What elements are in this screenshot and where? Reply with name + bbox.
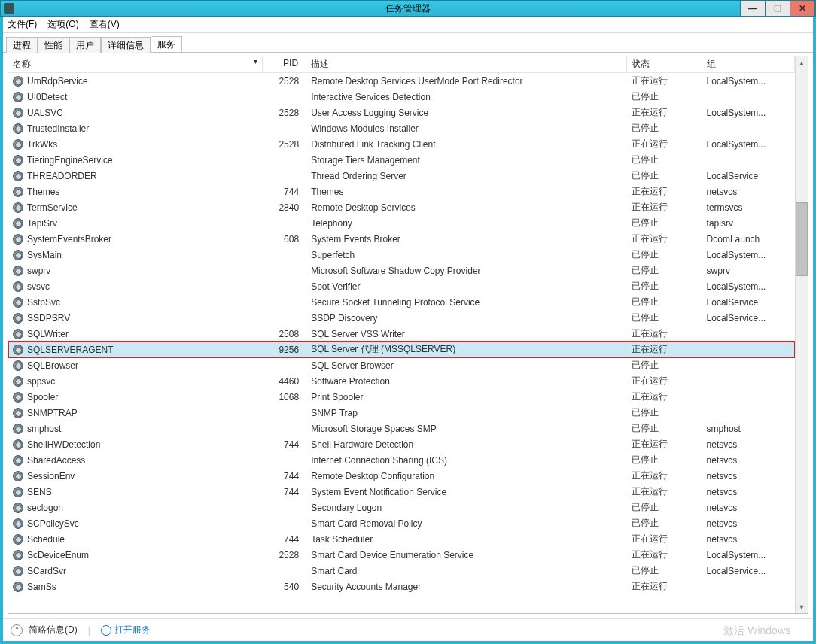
service-name: SCardSvr — [27, 566, 66, 576]
table-row[interactable]: SCPolicySvcSmart Card Removal Policy已停止n… — [8, 515, 795, 531]
service-pid: 744 — [263, 534, 306, 545]
service-name: SharedAccess — [27, 455, 85, 466]
table-row[interactable]: SysMainSuperfetch已停止LocalSystem... — [8, 247, 795, 263]
table-row[interactable]: SQLSERVERAGENT9256SQL Server 代理 (MSSQLSE… — [8, 342, 795, 357]
table-row[interactable]: TrkWks2528Distributed Link Tracking Clie… — [8, 136, 795, 152]
table-row[interactable]: TrustedInstallerWindows Modules Installe… — [8, 120, 795, 136]
service-status: 正在运行 — [627, 390, 702, 403]
column-headers: 名称 ▾ PID 描述 状态 组 — [8, 56, 795, 73]
service-desc: Remote Desktop Services UserMode Port Re… — [306, 76, 627, 87]
table-row[interactable]: UmRdpService2528Remote Desktop Services … — [8, 73, 795, 89]
close-button[interactable]: ✕ — [790, 0, 815, 17]
table-row[interactable]: SENS744System Event Notification Service… — [8, 484, 795, 500]
col-desc[interactable]: 描述 — [306, 56, 627, 72]
service-name: UI0Detect — [27, 92, 67, 102]
service-desc: SNMP Trap — [306, 408, 627, 418]
service-name: TieringEngineService — [27, 155, 113, 166]
table-row[interactable]: Schedule744Task Scheduler正在运行netsvcs — [8, 531, 795, 547]
table-row[interactable]: SstpSvcSecure Socket Tunneling Protocol … — [8, 294, 795, 310]
service-group: smphost — [702, 424, 795, 434]
minimize-button[interactable]: — — [740, 0, 766, 17]
service-icon — [13, 171, 23, 181]
service-status: 正在运行 — [627, 485, 702, 498]
table-row[interactable]: SamSs540Security Accounts Manager正在运行 — [8, 579, 795, 594]
scroll-down-icon[interactable]: ▼ — [796, 600, 808, 613]
table-row[interactable]: SQLWriter2508SQL Server VSS Writer正在运行 — [8, 326, 795, 342]
table-row[interactable]: svsvcSpot Verifier已停止LocalSystem... — [8, 278, 795, 294]
table-row[interactable]: ScDeviceEnum2528Smart Card Device Enumer… — [8, 547, 795, 563]
service-pid: 2528 — [263, 139, 306, 150]
table-row[interactable]: SCardSvrSmart Card已停止LocalService... — [8, 563, 795, 579]
tab-details[interactable]: 详细信息 — [101, 37, 151, 53]
table-row[interactable]: smphostMicrosoft Storage Spaces SMP已停止sm… — [8, 421, 795, 436]
brief-info-button[interactable]: 简略信息(D) — [29, 624, 78, 636]
table-row[interactable]: THREADORDERThread Ordering Server已停止Loca… — [8, 168, 795, 184]
table-row[interactable]: Spooler1068Print Spooler正在运行 — [8, 389, 795, 405]
service-name: Spooler — [27, 392, 58, 402]
table-row[interactable]: TieringEngineServiceStorage Tiers Manage… — [8, 152, 795, 168]
titlebar[interactable]: 任务管理器 — ☐ ✕ — [0, 0, 816, 17]
table-row[interactable]: UALSVC2528User Access Logging Service正在运… — [8, 105, 795, 120]
service-status: 正在运行 — [627, 533, 702, 545]
table-row[interactable]: SharedAccessInternet Connection Sharing … — [8, 452, 795, 468]
service-desc: SSDP Discovery — [306, 313, 627, 324]
menu-file[interactable]: 文件(F) — [8, 18, 37, 31]
col-name[interactable]: 名称 ▾ — [8, 56, 263, 72]
table-row[interactable]: SessionEnv744Remote Desktop Configuratio… — [8, 468, 795, 484]
service-icon — [13, 566, 23, 576]
scrollbar-thumb[interactable] — [796, 202, 808, 277]
tab-services[interactable]: 服务 — [151, 36, 182, 52]
service-desc: System Events Broker — [306, 234, 627, 245]
service-name: smphost — [27, 424, 61, 434]
service-name: UmRdpService — [27, 76, 88, 87]
tab-users[interactable]: 用户 — [69, 37, 101, 53]
col-pid[interactable]: PID — [263, 56, 306, 72]
service-status: 已停止 — [627, 422, 702, 435]
table-row[interactable]: UI0DetectInteractive Services Detection已… — [8, 89, 795, 105]
vertical-scrollbar[interactable]: ▲ ▼ — [795, 56, 808, 613]
tab-processes[interactable]: 进程 — [6, 37, 38, 53]
table-row[interactable]: SNMPTRAPSNMP Trap已停止 — [8, 405, 795, 421]
table-row[interactable]: ShellHWDetection744Shell Hardware Detect… — [8, 436, 795, 452]
service-desc: Telephony — [306, 218, 627, 229]
collapse-icon[interactable]: ˄ — [11, 624, 23, 636]
service-desc: Smart Card Device Enumeration Service — [306, 550, 627, 560]
menu-options[interactable]: 选项(O) — [47, 18, 78, 31]
table-row[interactable]: TermService2840Remote Desktop Services正在… — [8, 199, 795, 215]
service-name: ShellHWDetection — [27, 439, 100, 450]
table-row[interactable]: SSDPSRVSSDP Discovery已停止LocalService... — [8, 310, 795, 326]
service-desc: System Event Notification Service — [306, 487, 627, 497]
service-desc: Software Protection — [306, 376, 627, 387]
service-pid: 2528 — [263, 76, 306, 87]
service-pid: 744 — [263, 187, 306, 197]
maximize-button[interactable]: ☐ — [765, 0, 790, 17]
service-group: LocalService... — [702, 566, 795, 576]
table-row[interactable]: Themes744Themes正在运行netsvcs — [8, 184, 795, 199]
service-desc: Microsoft Software Shadow Copy Provider — [306, 266, 627, 276]
scrollbar-track[interactable] — [796, 69, 808, 600]
scroll-up-icon[interactable]: ▲ — [796, 56, 808, 69]
service-icon — [13, 345, 23, 355]
menu-view[interactable]: 查看(V) — [90, 18, 120, 31]
table-row[interactable]: seclogonSecondary Logon已停止netsvcs — [8, 500, 795, 515]
table-row[interactable]: SystemEventsBroker608System Events Broke… — [8, 231, 795, 247]
table-row[interactable]: sppsvc4460Software Protection正在运行 — [8, 373, 795, 389]
service-name: SQLWriter — [27, 329, 69, 339]
col-group[interactable]: 组 — [702, 56, 795, 72]
table-row[interactable]: swprvMicrosoft Software Shadow Copy Prov… — [8, 263, 795, 278]
col-status[interactable]: 状态 — [627, 56, 702, 72]
service-icon — [13, 582, 23, 592]
open-services-link[interactable]: 打开服务 — [101, 624, 151, 636]
service-desc: SQL Server 代理 (MSSQLSERVER) — [306, 343, 627, 356]
service-desc: Storage Tiers Management — [306, 155, 627, 166]
service-desc: Print Spooler — [306, 392, 627, 402]
tab-performance[interactable]: 性能 — [38, 37, 69, 53]
sort-indicator-icon: ▾ — [254, 57, 257, 65]
service-status: 正在运行 — [627, 580, 702, 593]
table-row[interactable]: TapiSrvTelephony已停止tapisrv — [8, 215, 795, 231]
table-row[interactable]: SQLBrowserSQL Server Browser已停止 — [8, 357, 795, 373]
service-desc: Remote Desktop Configuration — [306, 471, 627, 481]
tabbar: 进程 性能 用户 详细信息 服务 — [3, 33, 813, 53]
service-name: SCPolicySvc — [27, 518, 79, 529]
service-name: sppsvc — [27, 376, 55, 387]
